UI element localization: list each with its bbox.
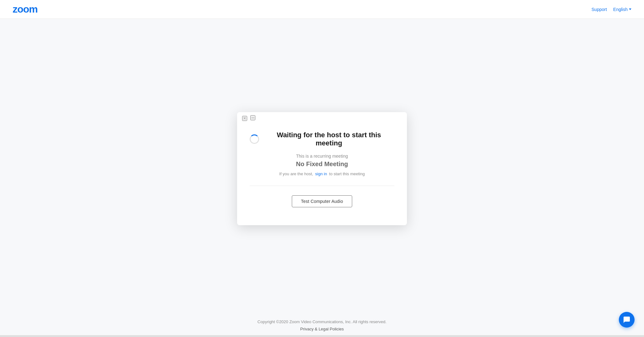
footer-policies-link[interactable]: Privacy & Legal Policies (6, 325, 638, 333)
language-selector[interactable]: English (613, 7, 631, 12)
chat-bubble-button[interactable] (619, 312, 635, 328)
dialog-title: Waiting for the host to start this meeti… (264, 131, 394, 147)
main-content: n.us. If d run Zoom. × − Waiting fo (0, 19, 644, 312)
language-label: English (613, 7, 628, 12)
dialog-meeting-name: No Fixed Meeting (250, 160, 394, 168)
host-text-before: If you are the host, (279, 171, 313, 176)
zoom-logo: zoom (13, 3, 38, 15)
header: zoom Support English (0, 0, 644, 19)
modal-overlay: × − Waiting for the host to start this m… (0, 93, 644, 238)
host-text-after: to start this meeting (329, 171, 365, 176)
chevron-down-icon (629, 8, 631, 10)
bottom-border (0, 335, 644, 337)
support-link[interactable]: Support (591, 7, 607, 12)
sign-in-link[interactable]: sign in (315, 171, 327, 176)
test-audio-button[interactable]: Test Computer Audio (292, 195, 352, 207)
loading-spinner (250, 134, 259, 144)
dialog-host-text: If you are the host, sign in to start th… (250, 171, 394, 176)
dialog-close-button[interactable]: × (242, 116, 247, 121)
dialog-divider (250, 186, 394, 186)
dialog: × − Waiting for the host to start this m… (237, 112, 407, 225)
header-nav: Support English (591, 7, 631, 12)
footer: Copyright ©2020 Zoom Video Communication… (0, 312, 644, 337)
dialog-titlebar: × − (237, 112, 407, 125)
dialog-minimize-button[interactable]: − (250, 115, 255, 120)
footer-copyright: Copyright ©2020 Zoom Video Communication… (6, 318, 638, 325)
dialog-body: Waiting for the host to start this meeti… (237, 125, 407, 207)
dialog-header-row: Waiting for the host to start this meeti… (250, 131, 394, 147)
dialog-subtitle: This is a recurring meeting (250, 154, 394, 159)
chat-icon (623, 316, 630, 323)
